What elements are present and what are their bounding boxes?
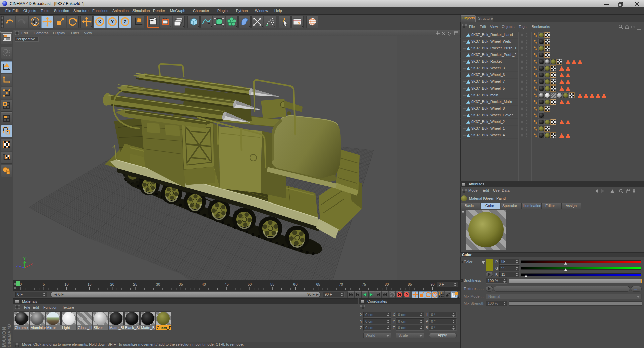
svg-text:90: 90 [430,282,434,286]
svg-text:85: 85 [408,282,412,286]
svg-text:Y: Y [111,19,114,24]
svg-text:70: 70 [339,282,343,286]
svg-text:60: 60 [293,282,297,286]
svg-text:P: P [434,293,436,297]
svg-text:X: X [30,263,33,267]
svg-text:45: 45 [225,282,229,286]
svg-text:Z: Z [16,264,18,268]
svg-text:X: X [98,19,101,24]
svg-text:40: 40 [202,282,206,286]
svg-text:30: 30 [156,282,160,286]
svg-text:35: 35 [179,282,183,286]
svg-text:?: ? [298,21,300,26]
svg-text:25: 25 [133,282,137,286]
svg-text:20: 20 [110,282,114,286]
svg-text:55: 55 [270,282,274,286]
svg-text:5: 5 [43,282,45,286]
svg-text:65: 65 [316,282,320,286]
svg-text:10: 10 [64,282,68,286]
svg-text:15: 15 [87,282,91,286]
svg-text:?: ? [405,293,408,297]
svg-text:75: 75 [362,282,366,286]
svg-text:Z: Z [124,19,127,24]
svg-text:50: 50 [248,282,252,286]
svg-text:80: 80 [385,282,389,286]
svg-text:Y: Y [23,257,26,261]
